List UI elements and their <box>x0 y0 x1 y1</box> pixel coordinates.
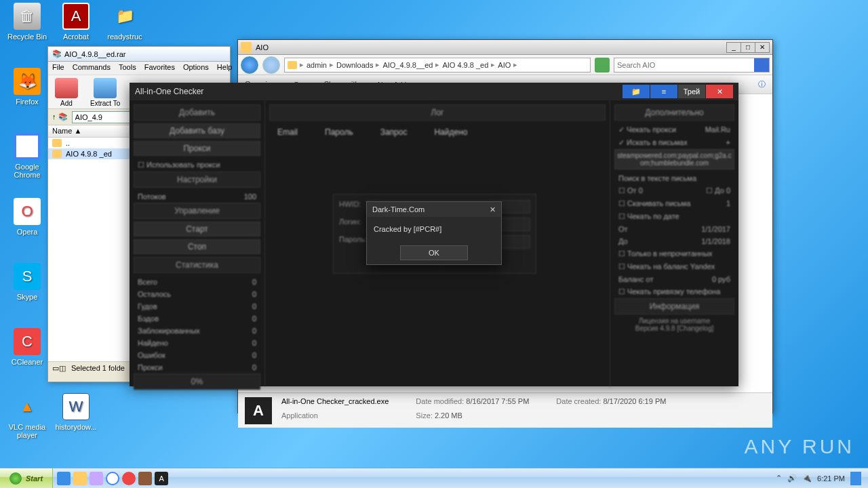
close-button[interactable]: ✕ <box>706 85 733 98</box>
folder-button[interactable]: 📁 <box>623 85 650 98</box>
dark-time-dialog: Dark-Time.Com ✕ Cracked by [#PCR#] OK <box>366 201 502 265</box>
label: Skype <box>17 293 38 301</box>
ie-icon[interactable] <box>57 472 71 485</box>
ok-button[interactable]: OK <box>400 245 468 260</box>
add-button[interactable]: Add <box>55 78 78 106</box>
file-name: All-in-One Checker_cracked.exe <box>281 397 389 410</box>
maximize-button[interactable]: □ <box>741 42 755 53</box>
extract-button[interactable]: Extract To <box>90 78 120 106</box>
taskbar: Start A ⌃ 🔊 🔌 6:21 PM <box>0 468 868 488</box>
aio-task-icon[interactable]: A <box>155 472 168 485</box>
label: VLC media player <box>9 423 45 439</box>
winrar-titlebar[interactable]: 📚 AIO_4.9.8__ed.rar <box>48 47 230 62</box>
title: All-in-One Checker <box>135 87 203 96</box>
label: Firefox <box>16 98 39 106</box>
details-pane: A All-in-One Checker_cracked.exe Date mo… <box>238 392 772 428</box>
forward-button[interactable] <box>262 56 280 74</box>
volume-icon[interactable]: 🔊 <box>787 474 797 483</box>
add-base-button[interactable]: Добавить базу <box>134 123 260 138</box>
dialog-title: Dark-Time.Com <box>372 205 425 214</box>
explorer-nav: ▸ admin▸ Downloads▸ AIO_4.9.8__ed▸ AIO 4… <box>238 55 772 75</box>
search-box <box>614 58 770 73</box>
system-tray: ⌃ 🔊 🔌 6:21 PM <box>769 472 868 485</box>
label: historydow... <box>55 423 96 431</box>
acrobat-icon[interactable]: AAcrobat <box>53 3 99 41</box>
network-icon[interactable]: 🔌 <box>802 474 812 483</box>
vlc-icon[interactable]: ▲VLC media player <box>4 393 50 439</box>
menu-tools[interactable]: Tools <box>119 63 136 73</box>
label: readystruc <box>107 33 142 41</box>
file-thumb: A <box>245 397 272 424</box>
label: Google Chrome <box>14 163 40 179</box>
menu-button[interactable]: ≡ <box>650 85 677 98</box>
close-button[interactable]: ✕ <box>755 42 770 53</box>
chrome-icon[interactable] <box>106 472 119 485</box>
proxy-button[interactable]: Прокси <box>134 141 260 156</box>
quick-launch: A <box>53 472 172 485</box>
label: CCleaner <box>12 358 43 366</box>
start-button[interactable]: Start <box>0 468 53 488</box>
refresh-button[interactable] <box>595 58 610 73</box>
label: Acrobat <box>63 33 89 41</box>
explorer-titlebar[interactable]: AIO _ □ ✕ <box>238 40 772 55</box>
right-panel: Дополнительно ✓ Чекать проксиMail.Ru ✓ И… <box>610 100 738 386</box>
threads-input[interactable]: 100 <box>244 192 256 201</box>
dialog-close-icon[interactable]: ✕ <box>490 205 496 214</box>
readystruc-icon[interactable]: 📁readystruc <box>102 3 148 41</box>
menu-commands[interactable]: Commands <box>73 63 111 73</box>
menu-file[interactable]: File <box>52 63 64 73</box>
clock[interactable]: 6:21 PM <box>817 474 845 483</box>
search-input[interactable] <box>614 58 769 72</box>
firefox-icon[interactable]: 🦊Firefox <box>4 68 50 106</box>
label: Opera <box>17 228 38 236</box>
menu-favorites[interactable]: Favorites <box>144 63 175 73</box>
start-button[interactable]: Старт <box>134 222 260 237</box>
back-button[interactable] <box>241 56 258 74</box>
show-desktop[interactable] <box>850 472 861 485</box>
minimize-button[interactable]: _ <box>726 42 741 53</box>
media-icon[interactable] <box>90 472 103 485</box>
ccleaner-icon[interactable]: CCCleaner <box>4 328 50 366</box>
recycle-bin-icon[interactable]: 🗑Recycle Bin <box>4 3 50 41</box>
aio-titlebar[interactable]: All-in-One Checker 📁 ≡ Трей ✕ <box>130 83 738 100</box>
title: AIO <box>256 43 269 52</box>
winrar-menubar: File Commands Tools Favorites Options He… <box>48 62 230 75</box>
label: Recycle Bin <box>7 33 47 41</box>
historydow-icon[interactable]: Whistorydow... <box>53 393 99 431</box>
chrome-icon[interactable]: Google Chrome <box>4 133 50 179</box>
dialog-message: Cracked by [#PCR#] <box>367 217 501 241</box>
skype-icon[interactable]: SSkype <box>4 263 50 301</box>
dialog-titlebar[interactable]: Dark-Time.Com ✕ <box>367 202 501 217</box>
tray-button[interactable]: Трей <box>678 85 705 98</box>
opera-icon[interactable] <box>122 472 136 485</box>
winrar-icon[interactable] <box>138 472 152 485</box>
folder-icon <box>241 42 252 53</box>
stop-button[interactable]: Стоп <box>134 239 260 254</box>
menu-options[interactable]: Options <box>183 63 209 73</box>
anyrun-watermark: ANY RUN <box>745 435 854 458</box>
menu-help[interactable]: Help <box>217 63 233 73</box>
breadcrumb[interactable]: ▸ admin▸ Downloads▸ AIO_4.9.8__ed▸ AIO 4… <box>284 58 591 73</box>
title: AIO_4.9.8__ed.rar <box>64 50 126 58</box>
tray-expand-icon[interactable]: ⌃ <box>776 474 782 483</box>
explorer-icon[interactable] <box>73 472 87 485</box>
opera-icon[interactable]: OOpera <box>4 198 50 236</box>
help-icon[interactable]: ⓘ <box>758 79 766 89</box>
search-button[interactable] <box>754 58 769 72</box>
left-panel: Добавить Добавить базу Прокси ☐ Использо… <box>130 100 265 386</box>
